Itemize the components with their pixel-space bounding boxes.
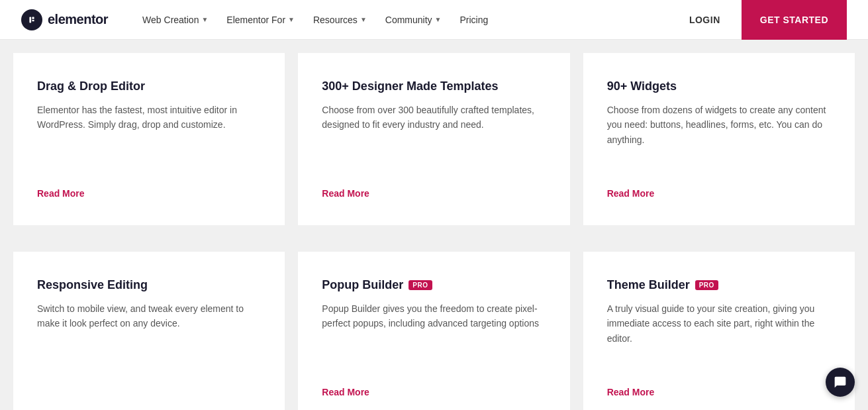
svg-rect-3 [32,20,34,21]
nav-web-creation[interactable]: Web Creation ▼ [134,9,216,30]
svg-point-0 [26,14,38,26]
logo-icon [21,9,42,30]
nav-pricing[interactable]: Pricing [452,9,496,30]
chevron-down-icon: ▼ [288,16,295,23]
chevron-down-icon: ▼ [201,16,208,23]
logo-text: elementor [48,12,108,27]
nav-elementor-for[interactable]: Elementor For ▼ [218,9,303,30]
card-widgets: 90+ Widgets Choose from dozens of widget… [583,53,855,225]
card-desc-drag-drop: Elementor has the fastest, most intuitiv… [37,103,261,172]
chat-bubble-button[interactable] [826,368,855,397]
chevron-down-icon: ▼ [360,16,367,23]
card-theme-builder: Theme Builder PRO A truly visual guide t… [583,252,855,410]
card-desc-theme: A truly visual guide to your site creati… [607,301,831,371]
card-drag-drop: Drag & Drop Editor Elementor has the fas… [13,53,285,225]
card-title-drag-drop: Drag & Drop Editor [37,79,261,93]
pro-badge-theme: PRO [695,280,718,290]
card-title-row-popup: Popup Builder PRO [322,278,546,292]
nav-community[interactable]: Community ▼ [377,9,450,30]
login-button[interactable]: LOGIN [679,9,731,30]
read-more-popup[interactable]: Read More [322,387,546,397]
card-title-theme: Theme Builder [607,278,690,292]
main-content: Drag & Drop Editor Elementor has the fas… [0,40,868,410]
card-desc-templates: Choose from over 300 beautifully crafted… [322,103,546,172]
read-more-widgets[interactable]: Read More [607,188,831,199]
card-title-popup: Popup Builder [322,278,403,292]
cards-row-2: Responsive Editing Switch to mobile view… [0,238,868,410]
chevron-down-icon: ▼ [435,16,442,23]
svg-rect-2 [32,17,34,19]
card-desc-popup: Popup Builder gives you the freedom to c… [322,301,546,371]
card-title-templates: 300+ Designer Made Templates [322,79,546,93]
card-title-row-theme: Theme Builder PRO [607,278,831,292]
card-responsive: Responsive Editing Switch to mobile view… [13,252,285,410]
read-more-drag-drop[interactable]: Read More [37,188,261,199]
read-more-theme[interactable]: Read More [607,387,831,397]
get-started-button[interactable]: GET STARTED [742,0,847,40]
card-desc-responsive: Switch to mobile view, and tweak every e… [37,301,261,397]
card-popup-builder: Popup Builder PRO Popup Builder gives yo… [298,252,569,410]
card-templates: 300+ Designer Made Templates Choose from… [298,53,569,225]
card-desc-widgets: Choose from dozens of widgets to create … [607,103,831,172]
card-title-widgets: 90+ Widgets [607,79,831,93]
card-title-responsive: Responsive Editing [37,278,261,292]
read-more-templates[interactable]: Read More [322,188,546,199]
pro-badge-popup: PRO [409,280,432,290]
logo[interactable]: elementor [21,9,108,30]
nav-resources[interactable]: Resources ▼ [305,9,375,30]
header: elementor Web Creation ▼ Elementor For ▼… [0,0,868,40]
cards-row-1: Drag & Drop Editor Elementor has the fas… [0,40,868,238]
header-actions: LOGIN GET STARTED [679,0,847,40]
svg-rect-1 [29,17,31,23]
main-nav: Web Creation ▼ Elementor For ▼ Resources… [134,9,679,30]
